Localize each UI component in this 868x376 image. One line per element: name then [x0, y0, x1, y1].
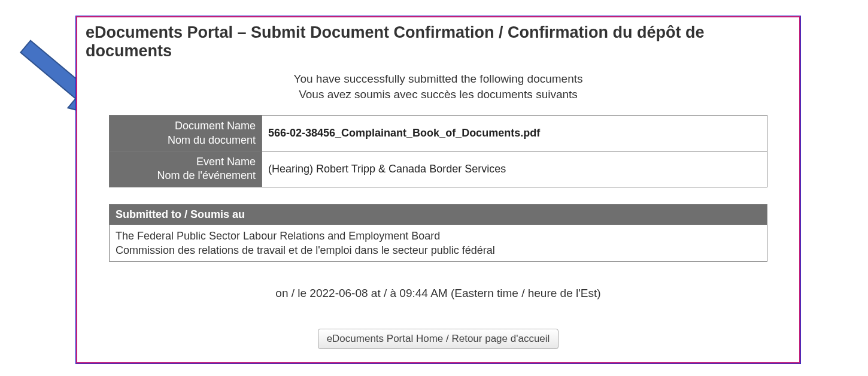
page-title: eDocuments Portal – Submit Document Conf…: [86, 23, 791, 60]
success-message: You have successfully submitted the foll…: [86, 71, 791, 102]
value-document-name: 566-02-38456_Complainant_Book_of_Documen…: [262, 116, 767, 151]
table-row: Document Name Nom du document 566-02-384…: [110, 116, 767, 151]
confirmation-panel: eDocuments Portal – Submit Document Conf…: [76, 16, 800, 363]
submitted-to-header: Submitted to / Soumis au: [109, 204, 767, 225]
home-button[interactable]: eDocuments Portal Home / Retour page d'a…: [318, 329, 559, 349]
table-row: Event Name Nom de l'événement (Hearing) …: [110, 151, 767, 187]
details-table: Document Name Nom du document 566-02-384…: [109, 115, 767, 187]
success-message-fr: Vous avez soumis avec succès les documen…: [299, 88, 578, 101]
submitted-to-fr: Commission des relations de travail et d…: [116, 244, 495, 256]
label-event-name: Event Name Nom de l'événement: [110, 151, 262, 187]
submitted-to-block: Submitted to / Soumis au The Federal Pub…: [109, 204, 767, 262]
button-row: eDocuments Portal Home / Retour page d'a…: [86, 329, 791, 349]
submission-timestamp: on / le 2022-06-08 at / à 09:44 AM (East…: [86, 287, 791, 300]
submitted-to-en: The Federal Public Sector Labour Relatio…: [116, 230, 440, 242]
submitted-to-body: The Federal Public Sector Labour Relatio…: [109, 225, 767, 262]
value-event-name: (Hearing) Robert Tripp & Canada Border S…: [262, 151, 767, 187]
label-document-name: Document Name Nom du document: [110, 116, 262, 151]
success-message-en: You have successfully submitted the foll…: [293, 72, 582, 85]
